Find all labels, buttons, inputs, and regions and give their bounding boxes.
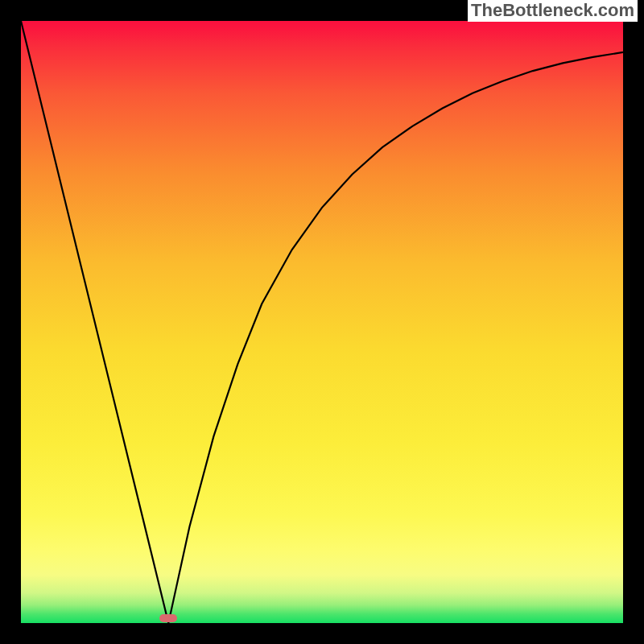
plot-svg xyxy=(21,21,623,623)
minimum-marker-pill xyxy=(159,614,177,622)
chart-container: TheBottleneck.com xyxy=(0,0,644,644)
plot-area xyxy=(21,21,623,623)
gradient-background xyxy=(21,21,623,623)
brand-watermark: TheBottleneck.com xyxy=(468,0,638,22)
